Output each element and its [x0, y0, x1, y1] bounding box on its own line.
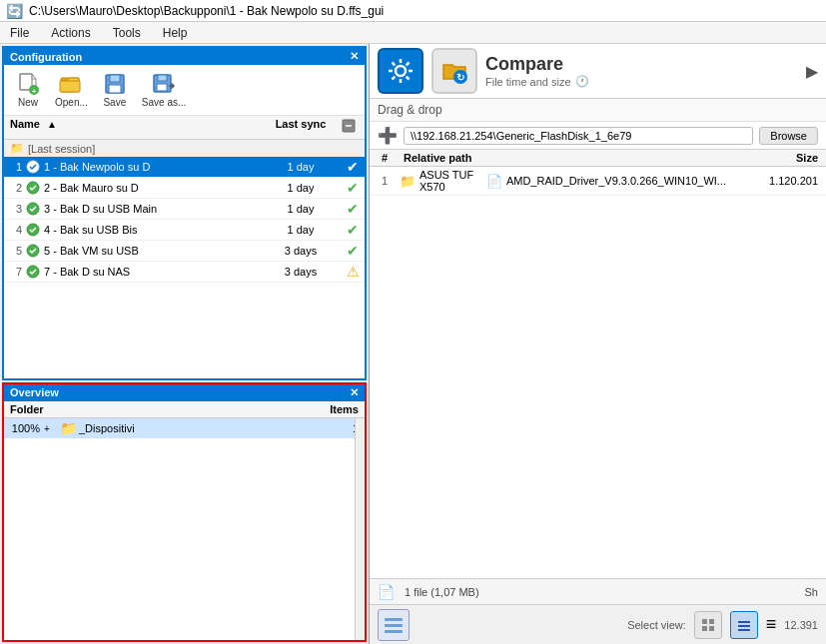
svg-rect-37	[702, 626, 707, 631]
col-name-header: Name ▲	[4, 118, 261, 137]
file-row-status: ✔	[341, 222, 365, 238]
svg-rect-38	[709, 626, 714, 631]
new-icon: +	[16, 72, 40, 96]
config-title: Configuration	[10, 51, 82, 63]
file-row[interactable]: 3 3 - Bak D su USB Main 1 day ✔	[4, 199, 365, 220]
file-list: 📁 [Last session] 1 1 - Bak Newpolo su D …	[4, 140, 365, 378]
file-row-name: 7 - Bak D su NAS	[42, 266, 261, 278]
file-row-sync: 3 days	[261, 245, 341, 257]
file-row[interactable]: 2 2 - Bak Mauro su D 1 day ✔	[4, 178, 365, 199]
file-row-sync: 1 day	[261, 203, 341, 215]
ft-col-path-header: Relative path	[400, 152, 726, 164]
ft-col-size-header: Size	[726, 152, 826, 164]
ov-pct: 100%	[4, 422, 44, 434]
save-label: Save	[103, 97, 126, 108]
menu-actions[interactable]: Actions	[45, 24, 96, 42]
file-row-name: 5 - Bak VM su USB	[42, 245, 261, 257]
overview-col-header: Folder Items	[4, 401, 365, 418]
file-row[interactable]: 1 1 - Bak Newpolo su D 1 day ✔	[4, 157, 365, 178]
saveas-icon	[152, 72, 176, 96]
svg-line-29	[393, 77, 396, 80]
file-row-name: 2 - Bak Mauro su D	[42, 182, 261, 194]
file-row-icon	[24, 264, 42, 280]
view-btn-grid[interactable]	[694, 611, 722, 639]
new-label: New	[18, 97, 38, 108]
compare-arrow-icon: ▶	[806, 62, 818, 81]
overview-title: Overview	[10, 386, 59, 399]
config-toolbar: + New Open...	[4, 65, 365, 116]
title-bar-text: C:\Users\Mauro\Desktop\Backupponi\1 - Ba…	[29, 4, 384, 18]
path-add-icon[interactable]: ➕	[378, 126, 398, 145]
browse-button[interactable]: Browse	[759, 127, 818, 145]
file-table-row[interactable]: 1 📁 ASUS TUF X570 📄 AMD_RAID_Driver_V9.3…	[370, 167, 826, 196]
file-row-status: ⚠	[341, 264, 365, 280]
session-row: 📁 [Last session]	[4, 140, 365, 157]
open-label: Open...	[55, 97, 88, 108]
file-row-sync: 1 day	[261, 161, 341, 173]
ft-row-path: 📁 ASUS TUF X570 📄 AMD_RAID_Driver_V9.3.0…	[400, 169, 726, 193]
ft-folder-name: ASUS TUF X570	[419, 169, 482, 193]
file-row-icon	[24, 180, 42, 196]
saveas-button[interactable]: Save as...	[137, 69, 191, 111]
overview-scrollbar[interactable]	[355, 418, 365, 640]
svg-point-21	[396, 66, 406, 76]
folder-icon: 📁	[400, 174, 415, 189]
overview-row[interactable]: 100% + 📁 _Dispositivi 1	[4, 418, 365, 438]
view-btn-list[interactable]	[730, 611, 758, 639]
open-icon	[59, 72, 83, 96]
file-row[interactable]: 4 4 - Bak su USB Bis 1 day ✔	[4, 220, 365, 241]
path-input[interactable]	[404, 127, 753, 145]
config-close-button[interactable]: ✕	[350, 50, 359, 63]
ft-row-num: 1	[370, 175, 400, 187]
compare-toolbar: ↻ Compare File time and size 🕐 ▶	[370, 44, 826, 99]
svg-rect-6	[60, 81, 80, 92]
save-button[interactable]: Save	[97, 69, 133, 111]
file-row-num: 3	[4, 203, 22, 215]
file-row-num: 2	[4, 182, 22, 194]
file-row-icon	[24, 243, 42, 259]
svg-rect-34	[385, 630, 403, 633]
svg-rect-33	[385, 624, 403, 627]
file-row[interactable]: 7 7 - Bak D su NAS 3 days ⚠	[4, 262, 365, 283]
file-row-name: 3 - Bak D su USB Main	[42, 203, 261, 215]
compare-folder-button[interactable]: ↻	[431, 48, 477, 94]
file-row-num: 4	[4, 224, 22, 236]
file-row-status: ✔	[341, 201, 365, 217]
menu-file[interactable]: File	[4, 24, 35, 42]
svg-line-28	[407, 63, 410, 66]
file-rows-container: 1 1 - Bak Newpolo su D 1 day ✔ 2 2 - Bak…	[4, 157, 365, 283]
overview-scroll-area: 100% + 📁 _Dispositivi 1	[4, 418, 365, 640]
open-button[interactable]: Open...	[50, 69, 93, 111]
main-layout: Configuration ✕ +	[0, 44, 826, 644]
menu-help[interactable]: Help	[157, 24, 194, 42]
bt-count: 12.391	[784, 619, 818, 631]
svg-rect-36	[709, 619, 714, 624]
bt-hamburger-icon[interactable]: ≡	[766, 614, 777, 635]
overview-box: Overview ✕ Folder Items 100% + 📁 _Dispos…	[2, 382, 367, 642]
file-row-icon	[24, 201, 42, 217]
svg-rect-40	[738, 625, 750, 627]
list-view-button[interactable]	[378, 609, 410, 641]
col-sync-header: Last sync	[261, 118, 341, 137]
svg-rect-8	[110, 75, 120, 82]
file-row-num: 5	[4, 245, 22, 257]
file-row-status: ✔	[341, 243, 365, 259]
compare-gear-button[interactable]	[378, 48, 423, 94]
svg-rect-35	[702, 619, 707, 624]
overview-close-button[interactable]: ✕	[350, 386, 359, 399]
svg-rect-11	[158, 75, 167, 81]
menu-tools[interactable]: Tools	[107, 24, 147, 42]
svg-rect-12	[157, 84, 167, 91]
left-panel: Configuration ✕ +	[0, 44, 370, 644]
file-row[interactable]: 5 5 - Bak VM su USB 3 days ✔	[4, 241, 365, 262]
compare-title: Compare	[485, 54, 798, 75]
ft-file-icon: 📄	[486, 174, 502, 189]
new-button[interactable]: + New	[10, 69, 46, 111]
path-bar: ➕ Browse	[370, 122, 826, 150]
svg-text:+: +	[32, 87, 37, 96]
file-table-rows: 1 📁 ASUS TUF X570 📄 AMD_RAID_Driver_V9.3…	[370, 167, 826, 578]
ov-expand-button[interactable]: +	[44, 423, 60, 434]
ft-row-size: 1.120.201	[726, 175, 826, 187]
svg-rect-32	[385, 618, 403, 621]
file-row-icon	[24, 222, 42, 238]
